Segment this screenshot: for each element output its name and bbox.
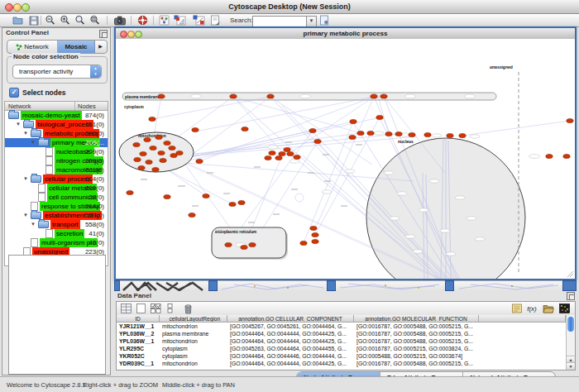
table-cell: [GO:0044464, GO:0044444, GO:0044425, G..… [227,330,354,337]
graphics-details-button[interactable] [157,15,171,26]
tree-row-label: secretion [55,229,84,238]
expand-arrow-icon[interactable]: ▼ [31,220,38,229]
node-color-select[interactable]: transporter activity ▲▼ [12,65,102,79]
save-button[interactable] [26,15,41,26]
table-row[interactable]: YKR052Ccytoplasm[GO:0044464, GO:0044446,… [117,352,566,360]
background-window-edge[interactable] [114,280,120,291]
vizmapper-node-button[interactable] [173,15,187,26]
tree-row[interactable]: nucleobase-209(0) [5,147,108,156]
table-scrollbar[interactable]: ▲ ▼ [566,315,575,370]
trash-icon [184,304,193,314]
tree-row[interactable]: response to stimulu264(0) [5,202,108,211]
select-nodes-checkbox[interactable]: ✓ [9,88,19,98]
tree-row[interactable]: ▼biological_process651(0) [5,120,108,129]
network-canvas[interactable]: nucleus plasma membrane cytoplasm [116,39,575,279]
table-row[interactable]: YJR121W__1mitochondrion[GO:0045267, GO:0… [117,323,566,330]
zoom-selected-button[interactable] [73,15,87,26]
save-icon [29,16,39,26]
minimize-view-icon[interactable] [127,31,135,38]
matrix-view-button[interactable] [557,303,571,314]
tab-mosaic[interactable]: Mosaic [58,41,95,53]
expand-arrow-icon[interactable]: ▼ [31,138,38,147]
new-attribute-button[interactable] [134,303,147,314]
tab-network-label: Network [24,41,48,53]
zoom-hint: Right-click + drag to ZOOM [83,381,158,389]
snapshot-button[interactable] [113,15,127,26]
vizmapper-edge-button[interactable] [192,15,206,26]
table-column-header[interactable]: annotation.GO MOLECULAR_FUNCTION [354,315,479,323]
tree-row[interactable]: multi-organism pro42(0) [5,238,108,247]
tree-row[interactable]: mosaic-demo-yeast874(0) [5,111,108,120]
float-panel-icon[interactable] [567,292,575,300]
open-folder-icon [543,304,554,313]
table-column-header[interactable]: ID [117,315,160,323]
select-attributes-button[interactable] [119,303,132,314]
document-edit-icon [210,15,221,26]
background-window-edge[interactable] [208,280,218,291]
background-window[interactable] [120,280,208,291]
table-header[interactable]: ID_cellularLayoutRegionannotation.GO CEL… [117,315,566,323]
tree-row[interactable]: secretion41(0) [5,229,108,238]
table-cell: [GO:0045267, GO:0045261, GO:0044464, G..… [227,323,354,330]
tree-row[interactable]: ▼metabolic process280(0) [5,129,108,138]
float-panel-icon[interactable] [99,30,108,38]
tree-row-node-count: 209(... [85,138,104,147]
tree-row-node-count: 874(0) [85,111,104,120]
tree-row[interactable]: nitrogen compo209(0) [5,156,108,165]
table-row[interactable]: YLR295Ccytoplasm[GO:0045263, GO:0044464,… [117,345,566,352]
table-cell: YPL036W__2 [117,330,160,337]
attribute-checklist-button[interactable] [149,303,162,314]
select-stepper-icon[interactable]: ▲▼ [90,65,101,78]
folder-icon [31,212,41,219]
function-builder-button[interactable]: f(x) [525,303,538,314]
help-button[interactable] [136,15,150,26]
background-window-edge[interactable] [445,280,454,291]
background-window-edge[interactable] [327,280,336,291]
background-window-edge[interactable] [562,280,577,291]
birds-eye-view[interactable] [8,255,106,375]
scroll-down-icon[interactable]: ▼ [567,362,575,370]
expand-arrow-icon[interactable]: ▼ [23,174,31,184]
tree-row[interactable]: cellular metabol209(0) [5,184,108,193]
scrollbar-thumb[interactable] [567,317,574,332]
open-file-button[interactable] [11,15,25,26]
annotation-button[interactable] [510,303,524,314]
tree-row[interactable]: ▼primary metabo209(... [5,138,108,147]
search-options-button[interactable] [318,15,332,26]
filter-button[interactable] [208,15,223,26]
zoom-in-button[interactable] [58,15,72,26]
zoom-view-icon[interactable] [135,31,142,38]
table-column-header[interactable]: annotation.GO CELLULAR_COMPONENT [227,315,354,323]
tree-row[interactable]: cell communicat22(0) [5,193,108,202]
resize-grip-icon[interactable] [567,271,573,277]
lifesaver-icon [137,15,148,26]
expand-arrow-icon[interactable]: ▼ [23,211,31,220]
background-window[interactable] [218,280,327,291]
tree-row[interactable]: macromolecule311(0) [5,165,108,174]
import-attributes-button[interactable] [542,303,555,314]
table-cell: mitochondrion [160,337,227,345]
tab-overflow-arrow[interactable]: ▶ [95,41,106,53]
zoom-fit-button[interactable] [88,15,102,26]
tree-row-node-count: 311(0) [85,165,104,174]
table-column-header[interactable]: _cellularLayoutRegion [160,315,227,323]
network-window-titlebar[interactable]: primary metabolic process [116,28,575,40]
search-dropdown-arrow[interactable]: ▼ [306,16,317,27]
delete-attribute-button[interactable] [181,303,194,314]
tree-row[interactable]: ▼cellular process614(0) [5,174,108,184]
background-window[interactable] [454,280,562,291]
table-row[interactable]: YPL036W__1mitochondrion[GO:0044464, GO:0… [117,337,566,345]
table-row[interactable]: YPL036W__2plasma membrane[GO:0044464, GO… [117,330,566,337]
expand-arrow-icon[interactable]: ▼ [16,120,23,129]
window-titlebar: Cytoscape Desktop (New Session) [0,0,579,14]
tree-row[interactable]: ▼transport558(0) [5,220,108,229]
background-window[interactable] [336,280,445,291]
expand-arrow-icon[interactable]: ▼ [23,129,31,138]
search-input[interactable] [252,16,310,27]
unselect-attributes-button[interactable] [164,303,177,314]
tree-row[interactable]: ▼establishment of lo558(0) [5,211,108,220]
zoom-out-button[interactable] [43,15,57,26]
close-view-icon[interactable] [120,31,127,38]
tab-network[interactable]: Network [7,41,58,53]
table-row[interactable]: YDR039C__1mitochondrion[GO:0044464, GO:0… [117,360,566,367]
